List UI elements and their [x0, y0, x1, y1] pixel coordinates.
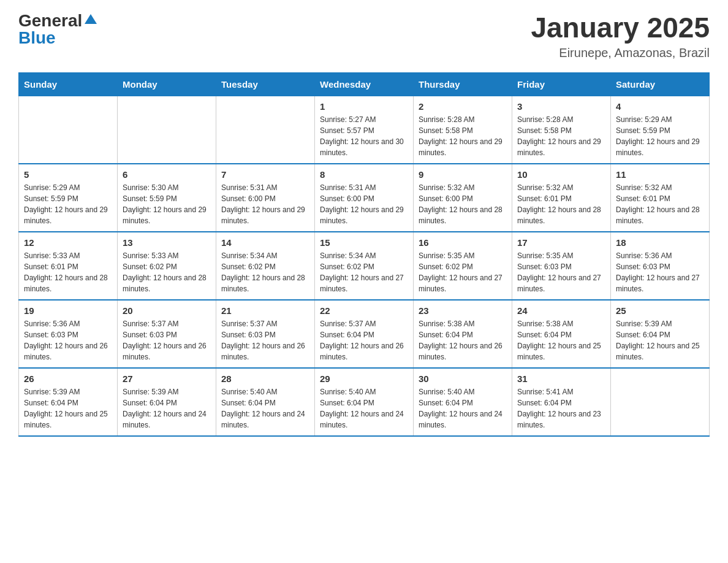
calendar-day-cell: 30Sunrise: 5:40 AMSunset: 6:04 PMDayligh…	[414, 368, 512, 436]
day-info: Sunrise: 5:34 AMSunset: 6:02 PMDaylight:…	[221, 250, 309, 294]
day-info: Sunrise: 5:32 AMSunset: 6:01 PMDaylight:…	[616, 182, 704, 226]
day-number: 4	[616, 101, 704, 112]
calendar-day-cell: 28Sunrise: 5:40 AMSunset: 6:04 PMDayligh…	[216, 368, 315, 436]
day-info: Sunrise: 5:35 AMSunset: 6:03 PMDaylight:…	[517, 250, 605, 294]
logo: General Blue	[18, 12, 97, 47]
column-header-wednesday: Wednesday	[315, 72, 414, 96]
calendar-week-row: 5Sunrise: 5:29 AMSunset: 5:59 PMDaylight…	[19, 164, 710, 232]
column-header-monday: Monday	[118, 72, 216, 96]
calendar-day-cell: 13Sunrise: 5:33 AMSunset: 6:02 PMDayligh…	[118, 232, 216, 300]
calendar-day-cell: 3Sunrise: 5:28 AMSunset: 5:58 PMDaylight…	[512, 96, 611, 164]
day-info: Sunrise: 5:27 AMSunset: 5:57 PMDaylight:…	[320, 114, 408, 158]
calendar-day-cell: 27Sunrise: 5:39 AMSunset: 6:04 PMDayligh…	[118, 368, 216, 436]
column-header-thursday: Thursday	[414, 72, 512, 96]
day-number: 26	[24, 373, 112, 384]
day-number: 25	[616, 305, 704, 316]
day-info: Sunrise: 5:40 AMSunset: 6:04 PMDaylight:…	[320, 386, 408, 431]
day-number: 5	[24, 169, 112, 180]
day-info: Sunrise: 5:36 AMSunset: 6:03 PMDaylight:…	[24, 318, 112, 362]
day-info: Sunrise: 5:40 AMSunset: 6:04 PMDaylight:…	[419, 386, 507, 431]
day-info: Sunrise: 5:32 AMSunset: 6:00 PMDaylight:…	[419, 182, 507, 226]
calendar-day-cell: 10Sunrise: 5:32 AMSunset: 6:01 PMDayligh…	[512, 164, 611, 232]
day-number: 1	[320, 101, 408, 112]
day-info: Sunrise: 5:29 AMSunset: 5:59 PMDaylight:…	[616, 114, 704, 158]
day-info: Sunrise: 5:38 AMSunset: 6:04 PMDaylight:…	[517, 318, 605, 362]
day-info: Sunrise: 5:34 AMSunset: 6:02 PMDaylight:…	[320, 250, 408, 294]
page-header: General Blue January 2025 Eirunepe, Amaz…	[18, 12, 710, 60]
day-number: 3	[517, 101, 605, 112]
logo-blue-text: Blue	[18, 29, 97, 47]
calendar-day-cell: 7Sunrise: 5:31 AMSunset: 6:00 PMDaylight…	[216, 164, 315, 232]
calendar-week-row: 26Sunrise: 5:39 AMSunset: 6:04 PMDayligh…	[19, 368, 710, 436]
calendar-day-cell: 6Sunrise: 5:30 AMSunset: 5:59 PMDaylight…	[118, 164, 216, 232]
calendar-day-cell: 18Sunrise: 5:36 AMSunset: 6:03 PMDayligh…	[611, 232, 710, 300]
day-number: 29	[320, 373, 408, 384]
column-header-tuesday: Tuesday	[216, 72, 315, 96]
calendar-header-row: SundayMondayTuesdayWednesdayThursdayFrid…	[19, 72, 710, 96]
day-number: 31	[517, 373, 605, 384]
calendar-day-cell: 21Sunrise: 5:37 AMSunset: 6:03 PMDayligh…	[216, 300, 315, 368]
day-info: Sunrise: 5:29 AMSunset: 5:59 PMDaylight:…	[24, 182, 112, 226]
day-info: Sunrise: 5:35 AMSunset: 6:02 PMDaylight:…	[419, 250, 507, 294]
calendar-day-cell: 17Sunrise: 5:35 AMSunset: 6:03 PMDayligh…	[512, 232, 611, 300]
calendar-day-cell: 1Sunrise: 5:27 AMSunset: 5:57 PMDaylight…	[315, 96, 414, 164]
title-area: January 2025 Eirunepe, Amazonas, Brazil	[531, 12, 710, 60]
day-number: 22	[320, 305, 408, 316]
day-number: 14	[221, 237, 309, 248]
calendar-day-cell: 4Sunrise: 5:29 AMSunset: 5:59 PMDaylight…	[611, 96, 710, 164]
calendar-title: January 2025	[531, 12, 710, 44]
day-number: 28	[221, 373, 309, 384]
calendar-week-row: 19Sunrise: 5:36 AMSunset: 6:03 PMDayligh…	[19, 300, 710, 368]
day-number: 27	[123, 373, 211, 384]
calendar-day-cell: 24Sunrise: 5:38 AMSunset: 6:04 PMDayligh…	[512, 300, 611, 368]
day-info: Sunrise: 5:32 AMSunset: 6:01 PMDaylight:…	[517, 182, 605, 226]
calendar-day-cell: 11Sunrise: 5:32 AMSunset: 6:01 PMDayligh…	[611, 164, 710, 232]
calendar-day-cell: 20Sunrise: 5:37 AMSunset: 6:03 PMDayligh…	[118, 300, 216, 368]
calendar-table: SundayMondayTuesdayWednesdayThursdayFrid…	[18, 72, 710, 437]
day-number: 21	[221, 305, 309, 316]
calendar-empty-cell	[19, 96, 118, 164]
day-number: 7	[221, 169, 309, 180]
day-number: 17	[517, 237, 605, 248]
day-number: 16	[419, 237, 507, 248]
logo-triangle-icon	[85, 14, 97, 24]
column-header-friday: Friday	[512, 72, 611, 96]
day-number: 9	[419, 169, 507, 180]
day-info: Sunrise: 5:28 AMSunset: 5:58 PMDaylight:…	[419, 114, 507, 158]
calendar-subtitle: Eirunepe, Amazonas, Brazil	[531, 46, 710, 60]
day-info: Sunrise: 5:39 AMSunset: 6:04 PMDaylight:…	[616, 318, 704, 362]
day-info: Sunrise: 5:37 AMSunset: 6:03 PMDaylight:…	[123, 318, 211, 362]
calendar-day-cell: 2Sunrise: 5:28 AMSunset: 5:58 PMDaylight…	[414, 96, 512, 164]
day-number: 10	[517, 169, 605, 180]
day-number: 18	[616, 237, 704, 248]
day-info: Sunrise: 5:33 AMSunset: 6:01 PMDaylight:…	[24, 250, 112, 294]
day-number: 12	[24, 237, 112, 248]
calendar-day-cell: 19Sunrise: 5:36 AMSunset: 6:03 PMDayligh…	[19, 300, 118, 368]
calendar-day-cell: 15Sunrise: 5:34 AMSunset: 6:02 PMDayligh…	[315, 232, 414, 300]
day-number: 8	[320, 169, 408, 180]
calendar-day-cell: 14Sunrise: 5:34 AMSunset: 6:02 PMDayligh…	[216, 232, 315, 300]
day-info: Sunrise: 5:33 AMSunset: 6:02 PMDaylight:…	[123, 250, 211, 294]
calendar-week-row: 12Sunrise: 5:33 AMSunset: 6:01 PMDayligh…	[19, 232, 710, 300]
logo-general-text: General	[18, 12, 82, 29]
day-info: Sunrise: 5:40 AMSunset: 6:04 PMDaylight:…	[221, 386, 309, 431]
day-info: Sunrise: 5:38 AMSunset: 6:04 PMDaylight:…	[419, 318, 507, 362]
day-number: 24	[517, 305, 605, 316]
day-info: Sunrise: 5:39 AMSunset: 6:04 PMDaylight:…	[123, 386, 211, 431]
calendar-day-cell: 8Sunrise: 5:31 AMSunset: 6:00 PMDaylight…	[315, 164, 414, 232]
day-number: 2	[419, 101, 507, 112]
day-info: Sunrise: 5:41 AMSunset: 6:04 PMDaylight:…	[517, 386, 605, 431]
calendar-day-cell: 9Sunrise: 5:32 AMSunset: 6:00 PMDaylight…	[414, 164, 512, 232]
calendar-day-cell: 31Sunrise: 5:41 AMSunset: 6:04 PMDayligh…	[512, 368, 611, 436]
calendar-week-row: 1Sunrise: 5:27 AMSunset: 5:57 PMDaylight…	[19, 96, 710, 164]
day-info: Sunrise: 5:31 AMSunset: 6:00 PMDaylight:…	[221, 182, 309, 226]
day-info: Sunrise: 5:36 AMSunset: 6:03 PMDaylight:…	[616, 250, 704, 294]
day-number: 11	[616, 169, 704, 180]
day-info: Sunrise: 5:37 AMSunset: 6:04 PMDaylight:…	[320, 318, 408, 362]
day-number: 6	[123, 169, 211, 180]
column-header-sunday: Sunday	[19, 72, 118, 96]
day-number: 30	[419, 373, 507, 384]
day-number: 15	[320, 237, 408, 248]
day-number: 19	[24, 305, 112, 316]
calendar-day-cell: 23Sunrise: 5:38 AMSunset: 6:04 PMDayligh…	[414, 300, 512, 368]
